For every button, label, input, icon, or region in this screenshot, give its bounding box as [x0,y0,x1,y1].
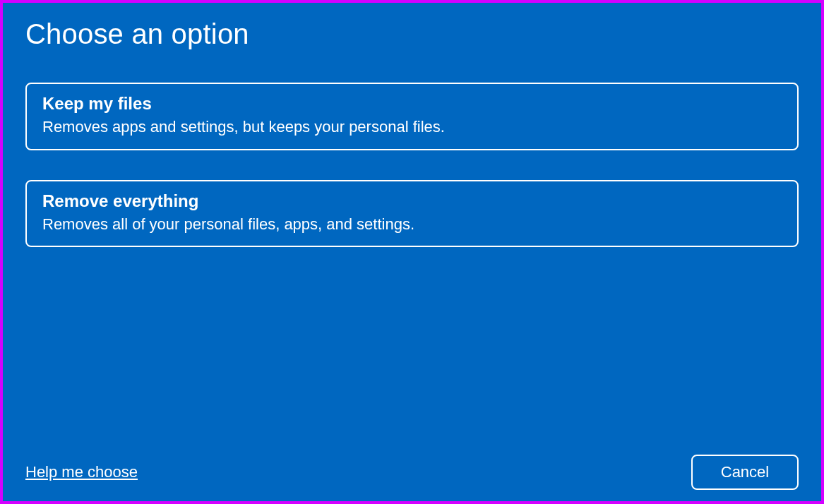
option-title: Keep my files [42,94,782,114]
cancel-button[interactable]: Cancel [691,455,799,490]
option-description: Removes apps and settings, but keeps you… [42,116,782,138]
dialog-footer: Help me choose Cancel [25,455,799,490]
help-me-choose-link[interactable]: Help me choose [25,463,138,481]
reset-pc-dialog: Choose an option Keep my files Removes a… [3,3,821,501]
option-description: Removes all of your personal files, apps… [42,214,782,235]
option-title: Remove everything [42,191,782,211]
option-remove-everything[interactable]: Remove everything Removes all of your pe… [25,180,799,248]
option-keep-my-files[interactable]: Keep my files Removes apps and settings,… [25,83,799,150]
window-frame: Choose an option Keep my files Removes a… [0,0,824,504]
page-title: Choose an option [25,18,799,50]
options-list: Keep my files Removes apps and settings,… [25,83,799,247]
